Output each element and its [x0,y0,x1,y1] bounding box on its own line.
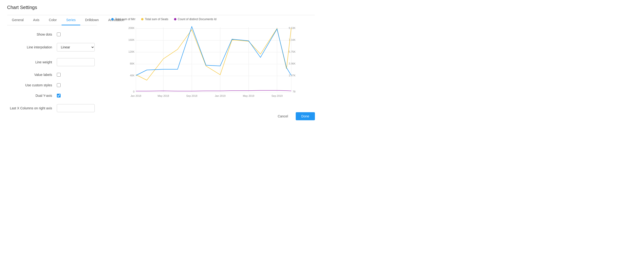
svg-text:Sep 2018: Sep 2018 [186,94,197,97]
svg-text:May 2018: May 2018 [158,94,169,97]
done-button[interactable]: Done [296,112,315,120]
left-panel: General Axis Color Series Drilldown Anno… [7,15,97,123]
legend-mrr-dot [111,18,114,20]
line-weight-label: Line weight [10,60,57,64]
dual-y-axis-control [57,94,95,97]
cancel-button[interactable]: Cancel [273,112,293,120]
value-labels-checkbox[interactable] [57,73,60,77]
legend-docs-dot [174,18,176,20]
use-custom-styles-row: Use custom styles [7,83,97,87]
legend-docs-label: Count of distinct Documents Id [178,18,216,21]
line-interpolation-control: Linear Step Smooth Step-before Step-afte… [57,43,95,52]
svg-text:May 2019: May 2019 [243,94,254,97]
legend-docs: Count of distinct Documents Id [174,18,216,21]
tab-axis[interactable]: Axis [28,15,44,25]
line-weight-row: Line weight 1.75 [7,58,97,66]
line-weight-control: 1.75 [57,58,95,66]
dual-y-axis-checkbox[interactable] [57,94,60,97]
svg-text:120K: 120K [128,50,134,53]
line-interpolation-row: Line interpolation Linear Step Smooth St… [7,43,97,52]
line-interpolation-label: Line interpolation [10,45,57,49]
svg-text:1.97K: 1.97K [288,74,296,77]
chart-container: Total sum of Mrr Total sum of Seats Coun… [106,15,315,107]
line-weight-input[interactable]: 1.75 [57,58,95,66]
value-labels-label: Value labels [10,73,57,77]
last-x-columns-row: Last X Columns on right axis 2 [7,104,97,112]
svg-text:78: 78 [293,90,296,93]
legend-seats: Total sum of Seats [141,18,168,21]
tab-general[interactable]: General [7,15,28,25]
chart-line-docs [136,90,291,91]
tab-series[interactable]: Series [62,15,80,25]
value-labels-control [57,73,95,77]
chart-legend: Total sum of Mrr Total sum of Seats Coun… [106,18,315,21]
last-x-columns-input[interactable]: 2 [57,104,95,112]
chart-line-mrr [136,27,291,75]
chart-svg-wrapper: .axis-label { font-size: 11px; fill: #88… [106,24,315,105]
svg-text:Sep 2019: Sep 2019 [271,94,282,97]
legend-seats-label: Total sum of Seats [145,18,168,21]
show-dots-label: Show dots [10,33,57,36]
svg-text:80K: 80K [130,62,134,65]
value-labels-row: Value labels [7,73,97,77]
svg-text:5.75K: 5.75K [288,50,296,53]
chart-line-seats [136,28,291,80]
show-dots-row: Show dots [7,33,97,36]
svg-text:Jan 2018: Jan 2018 [130,94,141,97]
svg-text:3.86K: 3.86K [288,62,296,65]
bottom-buttons: Cancel Done [106,107,315,123]
legend-mrr: Total sum of Mrr [111,18,136,21]
legend-mrr-label: Total sum of Mrr [115,18,136,21]
svg-text:160K: 160K [128,38,134,41]
line-interpolation-select[interactable]: Linear Step Smooth Step-before Step-afte… [57,43,95,52]
svg-text:200K: 200K [128,27,134,29]
page-title: Chart Settings [7,5,315,10]
right-panel: Total sum of Mrr Total sum of Seats Coun… [106,15,315,123]
svg-text:9.53K: 9.53K [288,27,296,29]
tab-color[interactable]: Color [44,15,61,25]
use-custom-styles-label: Use custom styles [10,83,57,87]
last-x-columns-label: Last X Columns on right axis [10,106,57,110]
svg-text:Jan 2019: Jan 2019 [215,94,226,97]
tab-drilldown[interactable]: Drilldown [80,15,104,25]
last-x-columns-control: 2 [57,104,95,112]
show-dots-control [57,33,95,36]
dual-y-axis-row: Dual Y-axis [7,94,97,97]
svg-text:40K: 40K [130,74,134,77]
dual-y-axis-label: Dual Y-axis [10,94,57,97]
legend-seats-dot [141,18,144,20]
show-dots-checkbox[interactable] [57,33,60,36]
use-custom-styles-checkbox[interactable] [57,83,60,87]
tabs-bar: General Axis Color Series Drilldown Anno… [7,15,97,25]
use-custom-styles-control [57,83,95,87]
svg-text:0: 0 [133,90,134,93]
chart-svg: .axis-label { font-size: 11px; fill: #88… [106,24,315,104]
